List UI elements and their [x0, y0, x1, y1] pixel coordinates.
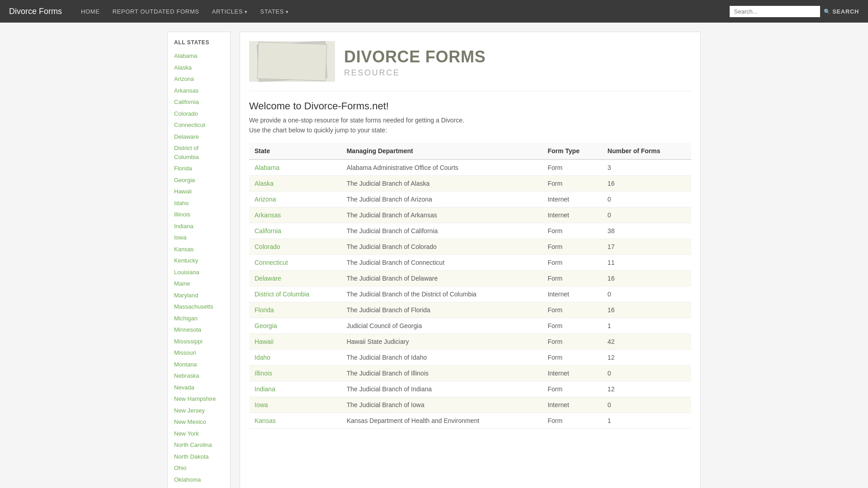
state-link[interactable]: Florida	[255, 306, 274, 314]
cell-type: Form	[542, 176, 602, 192]
state-link[interactable]: Illinois	[255, 370, 272, 377]
cell-state: Arkansas	[249, 207, 341, 223]
cell-count: 16	[602, 271, 691, 286]
hero-banner: DIVORCE FORMS RESOURCE	[249, 41, 691, 91]
nav-articles[interactable]: ARTICLES	[207, 5, 253, 18]
sidebar-link[interactable]: Ohio	[168, 462, 230, 474]
sidebar-link[interactable]: New Jersey	[168, 405, 230, 417]
sidebar-link[interactable]: Indiana	[168, 221, 230, 232]
state-link[interactable]: Arizona	[255, 196, 276, 203]
sidebar-link[interactable]: Nevada	[168, 382, 230, 394]
state-link[interactable]: Alabama	[255, 164, 279, 171]
table-row: Georgia Judicial Council of Georgia Form…	[249, 318, 691, 334]
state-link[interactable]: California	[255, 227, 281, 235]
cell-count: 1	[602, 413, 691, 429]
cell-dept: The Judicial Branch of Colorado	[341, 239, 542, 255]
cell-state: Arizona	[249, 192, 341, 207]
table-row: Idaho The Judicial Branch of Idaho Form …	[249, 350, 691, 366]
cell-type: Internet	[542, 366, 602, 381]
cell-type: Form	[542, 271, 602, 286]
state-link[interactable]: Kansas	[255, 417, 276, 424]
table-row: Illinois The Judicial Branch of Illinois…	[249, 366, 691, 381]
sidebar-link[interactable]: New Mexico	[168, 416, 230, 428]
sidebar-link[interactable]: New York	[168, 428, 230, 440]
sidebar-link[interactable]: Massachusetts	[168, 301, 230, 313]
state-link[interactable]: Connecticut	[255, 259, 288, 266]
sidebar-link[interactable]: New Hampshire	[168, 393, 230, 405]
cell-count: 0	[602, 366, 691, 381]
sidebar-link[interactable]: Kansas	[168, 244, 230, 255]
state-link[interactable]: Iowa	[255, 401, 268, 408]
cell-type: Form	[542, 223, 602, 239]
cell-dept: The Judicial Branch of Idaho	[341, 350, 542, 366]
cell-count: 11	[602, 255, 691, 271]
state-link[interactable]: Georgia	[255, 322, 277, 329]
sidebar-link[interactable]: North Carolina	[168, 439, 230, 451]
sidebar-link[interactable]: Connecticut	[168, 119, 230, 131]
sidebar-link[interactable]: Arkansas	[168, 85, 230, 97]
state-link[interactable]: Hawaii	[255, 338, 274, 345]
state-link[interactable]: Arkansas	[255, 211, 281, 219]
sidebar-link[interactable]: Georgia	[168, 174, 230, 186]
sidebar-link[interactable]: Idaho	[168, 197, 230, 209]
sidebar-link[interactable]: Montana	[168, 359, 230, 371]
table-row: Alaska The Judicial Branch of Alaska For…	[249, 176, 691, 192]
sidebar-link[interactable]: Nebraska	[168, 370, 230, 382]
brand-link[interactable]: Divorce Forms	[9, 7, 62, 16]
search-button[interactable]: SEARCH	[824, 8, 859, 15]
nav-report[interactable]: REPORT OUTDATED FORMS	[107, 5, 205, 18]
cell-dept: The Judicial Branch of Arkansas	[341, 207, 542, 223]
table-row: Connecticut The Judicial Branch of Conne…	[249, 255, 691, 271]
sidebar-link[interactable]: Maryland	[168, 290, 230, 301]
sidebar-link[interactable]: Iowa	[168, 232, 230, 244]
cell-type: Form	[542, 334, 602, 350]
state-link[interactable]: Colorado	[255, 243, 280, 250]
sidebar-link[interactable]: Arizona	[168, 73, 230, 85]
cell-dept: The Judicial Branch of Delaware	[341, 271, 542, 286]
sidebar-link[interactable]: Mississippi	[168, 336, 230, 347]
sidebar-link[interactable]: North Dakota	[168, 451, 230, 463]
nav-home[interactable]: HOME	[75, 5, 105, 18]
cell-state: Alaska	[249, 176, 341, 192]
welcome-line2: Use the chart below to quickly jump to y…	[249, 127, 691, 134]
sidebar-link[interactable]: Missouri	[168, 347, 230, 359]
sidebar-link[interactable]: Hawaii	[168, 186, 230, 197]
cell-dept: The Judicial Branch of Indiana	[341, 381, 542, 397]
cell-state: Iowa	[249, 397, 341, 413]
sidebar-link[interactable]: Kentucky	[168, 255, 230, 267]
table-row: California The Judicial Branch of Califo…	[249, 223, 691, 239]
sidebar-link[interactable]: Michigan	[168, 313, 230, 324]
state-link[interactable]: Alaska	[255, 180, 274, 187]
sidebar-link[interactable]: Minnesota	[168, 324, 230, 336]
state-link[interactable]: Idaho	[255, 354, 270, 361]
sidebar-link[interactable]: Oklahoma	[168, 474, 230, 486]
hero-text: DIVORCE FORMS RESOURCE	[344, 46, 486, 78]
sidebar-link[interactable]: Louisiana	[168, 267, 230, 278]
nav-states[interactable]: STATES	[255, 5, 294, 18]
sidebar-link[interactable]: Oregon	[168, 485, 230, 488]
cell-type: Form	[542, 239, 602, 255]
sidebar-link[interactable]: Alaska	[168, 62, 230, 74]
sidebar-link[interactable]: Illinois	[168, 209, 230, 221]
cell-state: Florida	[249, 302, 341, 318]
sidebar-link[interactable]: Maine	[168, 278, 230, 290]
state-link[interactable]: Delaware	[255, 275, 281, 282]
sidebar-link[interactable]: Colorado	[168, 108, 230, 120]
table-row: Hawaii Hawaii State Judiciary Form 42	[249, 334, 691, 350]
state-link[interactable]: Indiana	[255, 385, 275, 393]
sidebar-link[interactable]: Delaware	[168, 131, 230, 143]
sidebar-link[interactable]: Alabama	[168, 50, 230, 62]
sidebar-link[interactable]: California	[168, 96, 230, 108]
cell-state: Hawaii	[249, 334, 341, 350]
sidebar-link[interactable]: District of Columbia	[168, 142, 230, 163]
cell-dept: The Judicial Branch of the District of C…	[341, 286, 542, 302]
cell-count: 0	[602, 286, 691, 302]
cell-count: 42	[602, 334, 691, 350]
cell-count: 3	[602, 160, 691, 176]
cell-type: Internet	[542, 192, 602, 207]
state-link[interactable]: District of Columbia	[255, 291, 309, 298]
search-input[interactable]	[730, 6, 820, 17]
table-row: Delaware The Judicial Branch of Delaware…	[249, 271, 691, 286]
cell-state: Delaware	[249, 271, 341, 286]
sidebar-link[interactable]: Florida	[168, 163, 230, 174]
